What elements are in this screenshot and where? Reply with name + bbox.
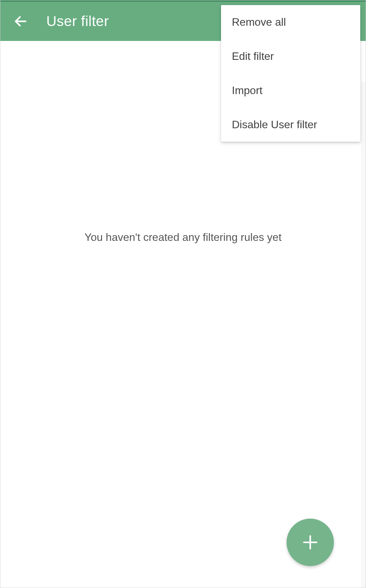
menu-item-label: Edit filter (232, 50, 274, 63)
menu-item-label: Remove all (232, 16, 286, 28)
add-rule-button[interactable] (287, 519, 334, 566)
page-title: User filter (46, 13, 109, 29)
scroll-edge (361, 82, 366, 588)
menu-item-disable-user-filter[interactable]: Disable User filter (221, 108, 360, 142)
app-screen: User filter You haven't created any filt… (0, 0, 366, 588)
menu-item-label: Import (232, 84, 263, 97)
empty-state-message: You haven't created any filtering rules … (84, 231, 282, 244)
back-button[interactable] (11, 12, 30, 31)
overflow-menu: Remove all Edit filter Import Disable Us… (221, 5, 360, 142)
menu-item-label: Disable User filter (232, 118, 317, 131)
menu-item-import[interactable]: Import (221, 73, 360, 108)
arrow-left-icon (13, 14, 28, 29)
plus-icon (301, 533, 320, 552)
menu-item-edit-filter[interactable]: Edit filter (221, 39, 360, 73)
menu-item-remove-all[interactable]: Remove all (221, 5, 360, 39)
